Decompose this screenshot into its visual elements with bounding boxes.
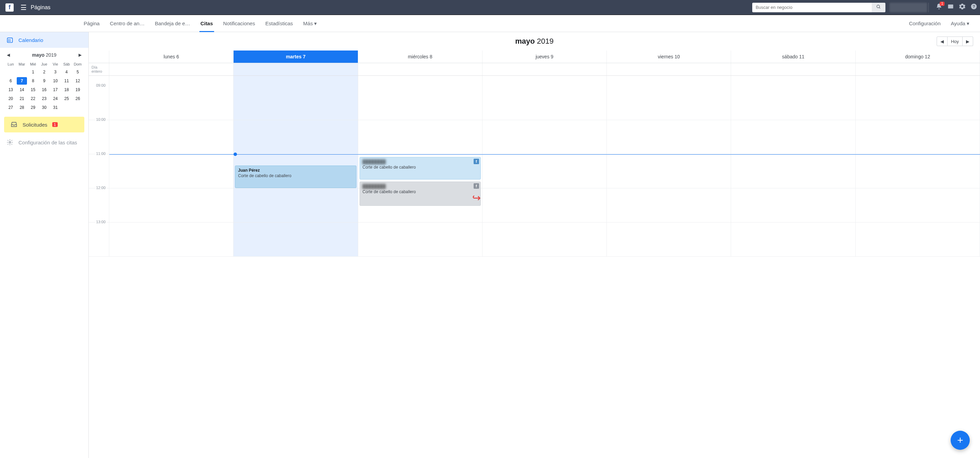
nav-tab-5[interactable]: Estadísticas: [260, 15, 298, 32]
search-input[interactable]: [752, 3, 872, 12]
mini-cal-day[interactable]: 17: [50, 86, 61, 94]
insights-icon[interactable]: [947, 3, 954, 12]
sidebar-item-requests[interactable]: Solicitudes 1: [4, 117, 84, 132]
mini-cal-day[interactable]: 15: [28, 86, 38, 94]
cal-day-column[interactable]: [856, 76, 980, 257]
appointment-event[interactable]: ████████Corte de cabello de caballerof: [360, 157, 481, 179]
svg-rect-8: [8, 41, 9, 42]
cal-day-column[interactable]: [607, 76, 731, 257]
cal-day-column[interactable]: ████████Corte de cabello de caballerof██…: [358, 76, 482, 257]
mini-cal-day[interactable]: 23: [39, 95, 49, 102]
sidebar-requests-label: Solicitudes: [22, 122, 48, 128]
mini-calendar: ◀ mayo 2019 ▶ LunMarMiéJueVieSábDom12345…: [0, 48, 88, 115]
mini-cal-day[interactable]: 13: [5, 86, 16, 94]
calendar-main: mayo 2019 ◀ Hoy ▶ lunes 6martes 7miércol…: [89, 32, 980, 458]
nav-help[interactable]: Ayuda ▾: [946, 15, 975, 32]
mini-cal-next[interactable]: ▶: [77, 51, 83, 59]
nav-tab-4[interactable]: Notificaciones: [218, 15, 260, 32]
mini-cal-day[interactable]: 21: [17, 95, 27, 102]
facebook-icon: f: [474, 159, 479, 164]
inbox-icon: [10, 121, 18, 128]
mini-cal-day[interactable]: 1: [28, 68, 38, 76]
mini-cal-day[interactable]: 5: [72, 68, 83, 76]
mini-cal-day[interactable]: 8: [28, 77, 38, 85]
sidebar-settings-label: Configuración de las citas: [18, 139, 77, 146]
mini-cal-day[interactable]: 29: [28, 104, 38, 111]
mini-cal-day[interactable]: 24: [50, 95, 61, 102]
mini-cal-day[interactable]: 27: [5, 104, 16, 111]
cal-day-header: viernes 10: [607, 51, 731, 63]
profile-menu[interactable]: [889, 3, 927, 12]
mini-cal-prev[interactable]: ◀: [5, 51, 11, 59]
cal-day-header: lunes 6: [109, 51, 234, 63]
mini-cal-dow: Dom: [72, 62, 83, 67]
hamburger-icon[interactable]: ☰: [16, 3, 31, 12]
mini-cal-day[interactable]: 18: [62, 86, 72, 94]
now-indicator: [109, 154, 980, 155]
gear-icon: [6, 139, 14, 146]
nav-tab-6[interactable]: Más ▾: [298, 15, 322, 32]
mini-cal-day[interactable]: 2: [39, 68, 49, 76]
calendar-title: mayo 2019: [515, 37, 554, 46]
requests-badge: 1: [52, 122, 58, 127]
facebook-logo[interactable]: f: [5, 3, 14, 12]
nav-config[interactable]: Configuración: [904, 15, 946, 32]
cal-day-header: sábado 11: [731, 51, 855, 63]
nav-tab-1[interactable]: Centro de an…: [105, 15, 150, 32]
nav-tab-3[interactable]: Citas: [195, 15, 218, 32]
help-icon[interactable]: ?: [970, 3, 977, 12]
cal-today-button[interactable]: Hoy: [948, 36, 963, 46]
sidebar-item-calendar[interactable]: Calendario: [0, 32, 88, 48]
cal-day-column[interactable]: [109, 76, 234, 257]
gear-icon[interactable]: [959, 3, 966, 12]
mini-cal-dow: Mié: [28, 62, 38, 67]
cal-day-column[interactable]: ↩: [482, 76, 607, 257]
hour-label: 12:00: [95, 185, 106, 190]
hour-label: 09:00: [95, 83, 106, 87]
hour-label: 13:00: [95, 220, 106, 224]
svg-text:?: ?: [972, 4, 975, 8]
cal-day-column[interactable]: [731, 76, 855, 257]
event-description: Corte de cabello de caballero: [238, 173, 353, 179]
svg-rect-6: [8, 39, 9, 40]
mini-cal-day[interactable]: 19: [72, 86, 83, 94]
notifications-icon[interactable]: 1: [935, 3, 942, 12]
mini-cal-day[interactable]: 25: [62, 95, 72, 102]
mini-cal-day[interactable]: 26: [72, 95, 83, 102]
event-title: ████████: [363, 159, 478, 164]
mini-cal-day[interactable]: 6: [5, 77, 16, 85]
calendar-nav: ◀ Hoy ▶: [937, 36, 973, 46]
mini-cal-day[interactable]: 4: [62, 68, 72, 76]
mini-cal-day[interactable]: 31: [50, 104, 61, 111]
appointment-event[interactable]: Juan PérezCorte de cabello de caballero: [235, 165, 356, 188]
event-title: Juan Pérez: [238, 168, 353, 173]
mini-cal-day[interactable]: 16: [39, 86, 49, 94]
svg-rect-7: [10, 39, 11, 40]
cal-day-column[interactable]: Juan PérezCorte de cabello de caballero: [234, 76, 358, 257]
mini-cal-day[interactable]: 30: [39, 104, 49, 111]
mini-cal-day[interactable]: 10: [50, 77, 61, 85]
hour-label: 11:00: [95, 152, 106, 155]
nav-tab-0[interactable]: Página: [78, 15, 105, 32]
mini-cal-dow: Sáb: [62, 62, 72, 67]
add-appointment-fab[interactable]: +: [951, 431, 970, 450]
mini-cal-day[interactable]: 11: [62, 77, 72, 85]
notification-badge: 1: [940, 2, 945, 6]
mini-cal-day[interactable]: 28: [17, 104, 27, 111]
cal-next-button[interactable]: ▶: [963, 36, 973, 46]
mini-cal-dow: Vie: [50, 62, 61, 67]
cal-prev-button[interactable]: ◀: [937, 36, 948, 46]
mini-cal-day[interactable]: 14: [17, 86, 27, 94]
mini-cal-day[interactable]: 3: [50, 68, 61, 76]
mini-cal-day[interactable]: 20: [5, 95, 16, 102]
appointment-event[interactable]: ████████Corte de cabello de caballerof: [360, 182, 481, 206]
search-icon: [876, 5, 881, 10]
mini-cal-day[interactable]: 9: [39, 77, 49, 85]
topbar-title: Páginas: [31, 5, 51, 11]
mini-cal-day[interactable]: 12: [72, 77, 83, 85]
mini-cal-day[interactable]: 7: [17, 77, 27, 85]
sidebar-item-settings[interactable]: Configuración de las citas: [0, 135, 88, 150]
mini-cal-day[interactable]: 22: [28, 95, 38, 102]
nav-tab-2[interactable]: Bandeja de e…: [150, 15, 195, 32]
search-button[interactable]: [872, 3, 885, 12]
